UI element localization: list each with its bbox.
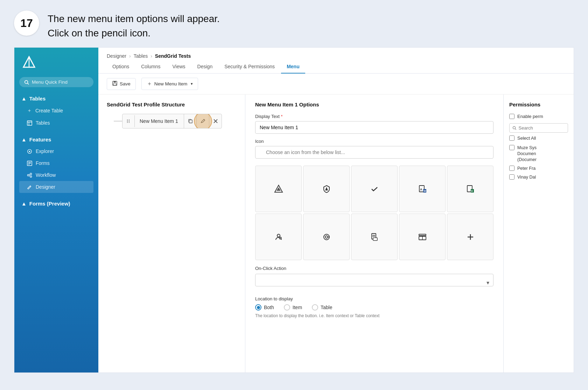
radio-both-circle [255, 304, 261, 311]
select-all-label: Select All [517, 135, 536, 141]
icon-cell-check[interactable] [351, 166, 398, 212]
perm-user-checkbox-0[interactable] [509, 145, 514, 150]
copy-icon [188, 119, 193, 124]
save-button[interactable]: Save [107, 78, 136, 90]
perm-select-all-row: Select All [509, 135, 568, 141]
svg-point-8 [29, 151, 30, 152]
icon-cell-excel[interactable]: E [447, 166, 493, 212]
sidebar-tables-header[interactable]: ▲ Tables [19, 93, 93, 104]
breadcrumb: Designer › Tables › SendGrid Tests [98, 48, 574, 59]
explorer-icon [27, 149, 32, 154]
close-icon [214, 119, 218, 123]
sidebar-search[interactable]: Menu Quick Find [19, 77, 93, 87]
perm-user-checkbox-2[interactable] [509, 174, 514, 180]
copy-menu-item-button[interactable] [184, 114, 196, 128]
drag-icon [126, 119, 131, 124]
sidebar-item-create-table[interactable]: ＋ Create Table [19, 104, 93, 117]
perm-search-input[interactable] [518, 125, 565, 131]
tab-options[interactable]: Options [107, 60, 135, 74]
perm-user-checkbox-1[interactable] [509, 166, 514, 171]
sidebar-logo [14, 48, 98, 77]
workflow-icon [27, 173, 32, 178]
svg-point-25 [129, 119, 130, 120]
enable-permissions-checkbox[interactable] [509, 114, 514, 119]
perm-search-icon [512, 126, 516, 130]
dropdown-arrow-icon: ▾ [191, 82, 193, 86]
sidebar-item-designer[interactable]: Designer [19, 181, 93, 193]
tab-columns[interactable]: Columns [135, 60, 166, 74]
tab-security[interactable]: Security & Permissions [219, 60, 280, 74]
chevron-down-icon: ▲ [21, 201, 27, 207]
svg-point-45 [277, 234, 280, 237]
sidebar-item-forms[interactable]: Forms [19, 157, 93, 169]
icon-cell-shape[interactable] [255, 166, 302, 212]
icon-cell-layout[interactable] [399, 214, 446, 260]
radio-table-circle [312, 304, 318, 311]
icon-label: Icon [255, 139, 493, 144]
save-icon [112, 81, 118, 88]
icon-cell-at[interactable] [303, 214, 350, 260]
sidebar-item-workflow[interactable]: Workflow [19, 169, 93, 181]
svg-line-62 [515, 129, 516, 130]
select-all-checkbox[interactable] [509, 135, 514, 141]
perm-search-box[interactable] [509, 123, 568, 133]
perm-user-item-0: Muze Sys Documen (Documer [509, 144, 568, 164]
sidebar: Menu Quick Find ▲ Tables ＋ Create Table … [14, 48, 98, 372]
breadcrumb-sep-2: › [150, 53, 152, 59]
icon-cell-shield[interactable] [303, 166, 350, 212]
perm-user-name-0: Muze Sys Documen (Documer [517, 145, 537, 163]
enable-permissions-label: Enable perm [517, 114, 543, 119]
new-menu-item-button[interactable]: ＋ New Menu Item ▾ [141, 78, 198, 90]
menu-item-label: New Menu Item 1 [135, 115, 184, 127]
menu-item-box: New Menu Item 1 [122, 114, 222, 128]
sidebar-features-header[interactable]: ▲ Features [19, 134, 93, 145]
svg-rect-53 [373, 238, 377, 241]
chevron-up-icon: ▲ [21, 96, 27, 102]
plus-icon: ＋ [27, 107, 32, 114]
svg-point-23 [127, 121, 128, 122]
sidebar-item-tables[interactable]: Tables [19, 117, 93, 129]
icon-search-input[interactable] [255, 146, 493, 159]
display-text-label: Display Text * [255, 114, 493, 119]
radio-item[interactable]: Item [284, 304, 302, 311]
menu-item-connector-line [114, 121, 122, 121]
svg-text:A: A [420, 188, 422, 191]
svg-point-13 [27, 174, 29, 176]
sidebar-forms-preview-header[interactable]: ▲ Forms (Preview) [19, 198, 93, 209]
perm-user-item-2: Vinay Dal [509, 173, 568, 182]
delete-menu-item-button[interactable] [209, 114, 222, 128]
search-icon [24, 80, 29, 85]
svg-line-16 [29, 174, 30, 175]
designer-pencil-icon [27, 184, 32, 190]
icon-cell-word[interactable]: AW [399, 166, 446, 212]
svg-line-3 [28, 83, 29, 84]
edit-menu-item-button[interactable] [196, 114, 209, 128]
icon-cell-user[interactable] [255, 214, 302, 260]
breadcrumb-designer[interactable]: Designer [107, 53, 126, 59]
radio-table[interactable]: Table [312, 304, 332, 311]
svg-point-26 [129, 121, 130, 122]
location-hint: The location to display the button. i.e.… [255, 313, 493, 318]
svg-text:E: E [471, 190, 473, 192]
on-click-dropdown[interactable] [255, 274, 493, 286]
structure-panel: SendGrid Test Profile Structure [98, 95, 245, 372]
tab-views[interactable]: Views [167, 60, 191, 74]
sidebar-item-explorer[interactable]: Explorer [19, 145, 93, 157]
display-text-input[interactable] [255, 121, 493, 134]
svg-point-14 [30, 173, 32, 175]
app-logo-icon [21, 55, 37, 71]
breadcrumb-current: SendGrid Tests [155, 53, 191, 59]
toolbar: Save ＋ New Menu Item ▾ [98, 74, 574, 95]
tab-menu[interactable]: Menu [281, 60, 305, 74]
perm-user-item-1: Peter Fra [509, 164, 568, 173]
step-number: 17 [14, 11, 39, 36]
radio-both[interactable]: Both [255, 304, 274, 311]
breadcrumb-tables[interactable]: Tables [134, 53, 148, 59]
svg-point-27 [129, 122, 130, 123]
drag-handle[interactable] [122, 115, 135, 127]
tab-design[interactable]: Design [192, 60, 218, 74]
svg-point-15 [30, 176, 32, 177]
icon-cell-plus[interactable] [447, 214, 493, 260]
icon-cell-document[interactable] [351, 214, 398, 260]
main-content: Designer › Tables › SendGrid Tests Optio… [98, 48, 574, 372]
